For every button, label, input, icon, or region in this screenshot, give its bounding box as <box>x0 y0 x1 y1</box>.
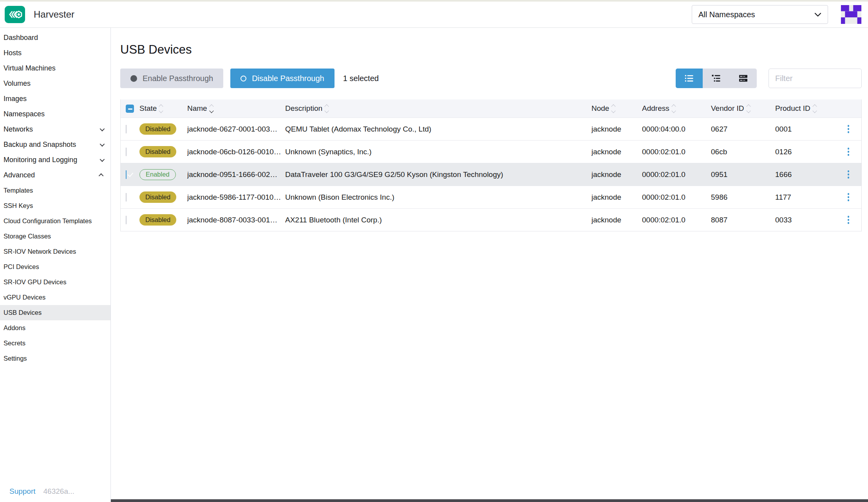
sidebar-item-addons[interactable]: Addons <box>0 320 110 336</box>
card-view-icon <box>739 74 748 82</box>
sidebar-item-usb-devices[interactable]: USB Devices <box>0 305 110 320</box>
select-all-checkbox[interactable] <box>126 105 134 113</box>
grouped-view-button[interactable] <box>703 69 730 88</box>
device-name: jacknode-0951-1666-002002 <box>187 170 285 179</box>
harvester-logo-icon[interactable] <box>5 6 25 23</box>
sidebar: Dashboard Hosts Virtual Machines Volumes… <box>0 28 111 502</box>
device-node: jacknode <box>591 170 642 179</box>
sidebar-item-settings[interactable]: Settings <box>0 351 110 366</box>
right-controls <box>676 69 862 88</box>
sidebar-item-dashboard[interactable]: Dashboard <box>0 30 110 45</box>
namespace-select[interactable]: All Namespaces <box>692 5 828 24</box>
page-title: USB Devices <box>120 43 862 57</box>
column-header-name[interactable]: Name <box>187 104 285 113</box>
column-header-address[interactable]: Address <box>642 104 711 113</box>
column-header-description[interactable]: Description <box>285 104 591 113</box>
state-badge: Disabled <box>139 214 176 226</box>
sidebar-item-storage-classes[interactable]: Storage Classes <box>0 229 110 244</box>
state-badge: Disabled <box>139 146 176 157</box>
sort-icon <box>672 105 675 112</box>
row-checkbox[interactable] <box>126 148 127 156</box>
row-actions-menu-icon[interactable] <box>843 123 854 135</box>
device-node: jacknode <box>591 125 642 134</box>
sidebar-item-ssh-keys[interactable]: SSH Keys <box>0 198 110 213</box>
selected-count-label: 1 selected <box>343 74 379 83</box>
chevron-down-icon <box>814 13 821 17</box>
sort-icon <box>747 105 750 112</box>
sidebar-group-monitoring-and-logging[interactable]: Monitoring and Logging <box>0 152 110 168</box>
row-checkbox[interactable] <box>126 125 127 134</box>
table-row: Disabled jacknode-0627-0001-003002 QEMU … <box>121 117 861 140</box>
filled-circle-icon <box>130 75 137 82</box>
sort-icon <box>159 105 163 112</box>
table-row: Disabled jacknode-8087-0033-001004 AX211… <box>121 208 861 231</box>
horizontal-scrollbar[interactable] <box>111 499 868 502</box>
wheat-hexagon-icon <box>6 7 24 22</box>
sidebar-item-vgpu-devices[interactable]: vGPU Devices <box>0 290 110 305</box>
sort-icon <box>210 105 213 112</box>
row-actions-menu-icon[interactable] <box>843 145 854 158</box>
row-actions-menu-icon[interactable] <box>843 168 854 181</box>
device-node: jacknode <box>591 193 642 202</box>
sidebar-item-templates[interactable]: Templates <box>0 183 110 198</box>
column-header-vendor-id[interactable]: Vendor ID <box>711 104 775 113</box>
sidebar-footer: Support 46326a... <box>9 487 74 496</box>
sort-icon <box>612 105 615 112</box>
table-row: Disabled jacknode-5986-1177-001003 Unkno… <box>121 186 861 208</box>
row-checkbox[interactable] <box>126 170 127 179</box>
sort-icon <box>813 105 816 112</box>
sort-icon <box>325 105 328 112</box>
row-checkbox[interactable] <box>126 216 127 224</box>
device-vendor-id: 0951 <box>711 170 775 179</box>
table-row-selected: Enabled jacknode-0951-1666-002002 DataTr… <box>121 163 861 186</box>
sidebar-item-namespaces[interactable]: Namespaces <box>0 107 110 122</box>
chevron-down-icon <box>100 126 105 132</box>
sidebar-item-images[interactable]: Images <box>0 91 110 107</box>
device-description: DataTraveler 100 G3/G4/SE9 G2/50 Kyson (… <box>285 170 591 179</box>
row-checkbox[interactable] <box>126 193 127 202</box>
device-description: Unknown (Bison Electronics Inc.) <box>285 193 591 202</box>
sidebar-item-cloud-configuration-templates[interactable]: Cloud Configuration Templates <box>0 213 110 229</box>
device-description: Unknown (Synaptics, Inc.) <box>285 148 591 156</box>
row-actions-menu-icon[interactable] <box>843 213 854 226</box>
sidebar-item-virtual-machines[interactable]: Virtual Machines <box>0 61 110 76</box>
sidebar-item-sriov-network-devices[interactable]: SR-IOV Network Devices <box>0 244 110 259</box>
device-name: jacknode-5986-1177-001003 <box>187 193 285 202</box>
brand-title: Harvester <box>34 9 74 20</box>
filter-input[interactable] <box>769 69 862 88</box>
card-view-button[interactable] <box>730 69 757 88</box>
list-view-icon <box>685 74 694 82</box>
sidebar-item-volumes[interactable]: Volumes <box>0 76 110 91</box>
device-vendor-id: 5986 <box>711 193 775 202</box>
sidebar-item-hosts[interactable]: Hosts <box>0 45 110 61</box>
device-name: jacknode-8087-0033-001004 <box>187 216 285 224</box>
column-header-node[interactable]: Node <box>591 104 642 113</box>
sidebar-item-sriov-gpu-devices[interactable]: SR-IOV GPU Devices <box>0 274 110 290</box>
sidebar-group-networks[interactable]: Networks <box>0 122 110 137</box>
namespace-select-value: All Namespaces <box>698 10 814 19</box>
version-label: 46326a... <box>43 487 74 496</box>
sidebar-group-advanced[interactable]: Advanced <box>0 168 110 183</box>
sidebar-item-pci-devices[interactable]: PCI Devices <box>0 259 110 274</box>
column-header-state[interactable]: State <box>139 104 187 113</box>
support-link[interactable]: Support <box>9 487 36 496</box>
table-header-row: State Name Description Node Address Vend… <box>121 99 861 117</box>
device-name: jacknode-0627-0001-003002 <box>187 125 285 134</box>
row-actions-menu-icon[interactable] <box>843 191 854 204</box>
user-avatar[interactable] <box>841 5 862 24</box>
sidebar-item-secrets[interactable]: Secrets <box>0 336 110 351</box>
column-header-product-id[interactable]: Product ID <box>775 104 839 113</box>
actions-row: Enable Passthrough Disable Passthrough 1… <box>120 69 862 88</box>
chevron-up-icon <box>99 173 104 179</box>
enable-passthrough-button[interactable]: Enable Passthrough <box>120 69 223 88</box>
sidebar-group-backup-and-snapshots[interactable]: Backup and Snapshots <box>0 137 110 152</box>
disable-passthrough-button[interactable]: Disable Passthrough <box>230 69 335 88</box>
state-badge: Enabled <box>139 169 176 180</box>
state-badge: Disabled <box>139 191 176 203</box>
device-address: 0000:02:01.0 <box>642 193 711 202</box>
list-view-button[interactable] <box>676 69 703 88</box>
app-header: Harvester All Namespaces <box>0 2 868 28</box>
open-circle-icon <box>241 76 246 81</box>
state-badge: Disabled <box>139 123 176 135</box>
device-product-id: 1666 <box>775 170 839 179</box>
